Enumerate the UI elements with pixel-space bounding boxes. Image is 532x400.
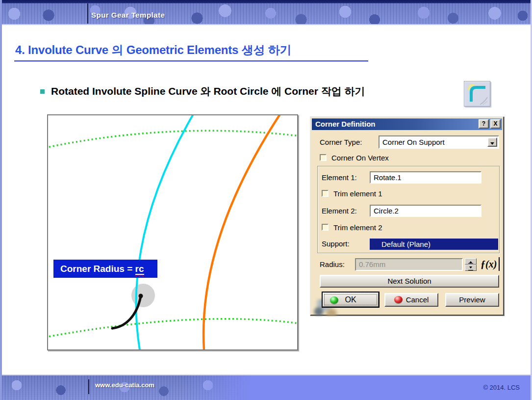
header-banner: Spur Gear Template [2, 0, 531, 25]
trim-element1-label: Trim element 1 [333, 189, 382, 198]
corner-tool-button[interactable] [464, 81, 490, 107]
preview-button[interactable]: Preview [445, 293, 499, 307]
header-divider-line [87, 3, 88, 24]
corner-on-vertex-checkbox[interactable] [320, 154, 327, 161]
radius-spinner [465, 258, 477, 271]
corner-endpoint-dot [139, 294, 143, 298]
element1-input[interactable]: Rotate.1 [370, 171, 481, 184]
heading-underline [14, 60, 368, 62]
dialog-title: Corner Definition [315, 120, 376, 128]
cancel-button[interactable]: Cancel [384, 293, 438, 307]
bullet-text: Rotated Involute Spline Curve 와 Root Cir… [51, 84, 365, 98]
fx-bar-icon [499, 257, 500, 271]
footer-copyright: © 2014. LCS [483, 384, 520, 391]
cancel-red-icon [394, 296, 403, 303]
bullet-marker [40, 89, 45, 94]
corner-on-vertex-label: Corner On Vertex [331, 154, 389, 162]
ok-button[interactable]: OK [322, 292, 380, 308]
support-field[interactable]: Default (Plane) [370, 239, 498, 250]
formula-fx-button[interactable]: ƒ(x) [481, 257, 500, 271]
footer-website: www.edu-catia.com [95, 381, 154, 389]
root-circle-curve [48, 319, 297, 337]
trim-element2-checkbox[interactable] [322, 224, 329, 231]
ok-label: OK [323, 295, 378, 304]
spinner-up-icon[interactable] [465, 258, 477, 265]
radius-label: Radius: [320, 260, 345, 268]
element2-input[interactable]: Circle.2 [370, 205, 481, 217]
second-involute-curve [203, 115, 280, 349]
corner-highlight-circle [131, 284, 155, 307]
close-button[interactable]: X [490, 119, 501, 129]
corner-type-label: Corner Type: [320, 138, 362, 146]
trim-element2-label: Trim element 2 [333, 223, 382, 232]
header-title: Spur Gear Template [91, 11, 165, 19]
fx-icon: ƒ(x) [481, 259, 497, 269]
corner-radius-annotation: Corner Radius = rc [53, 260, 157, 278]
cad-curves [48, 115, 297, 349]
footer-divider-line [88, 379, 89, 394]
cancel-label: Cancel [406, 295, 429, 304]
page-title: 4. Involute Curve 의 Geometric Elements 생… [15, 42, 291, 58]
next-solution-button[interactable]: Next Solution [320, 275, 499, 288]
corner-icon [464, 98, 489, 107]
footer-banner: www.edu-catia.com © 2014. LCS [2, 374, 531, 400]
corner-type-dropdown[interactable]: Corner On Support [379, 135, 499, 149]
corner-definition-dialog: Corner Definition ? X Corner Type: Corne… [310, 116, 504, 316]
annotation-variable: rc [135, 264, 144, 275]
annotation-text: Corner Radius = [60, 264, 135, 274]
element1-label: Element 1: [322, 173, 357, 182]
spinner-down-icon[interactable] [465, 265, 477, 271]
ok-button-face: OK [323, 293, 379, 307]
element2-label: Element 2: [322, 207, 357, 215]
chevron-down-icon[interactable] [487, 137, 497, 147]
involute-spline-curve [136, 115, 193, 349]
corner-type-value: Corner On Support [382, 138, 445, 146]
support-label: Support: [322, 240, 350, 248]
trim-element1-checkbox[interactable] [322, 190, 329, 197]
slide: Spur Gear Template 4. Involute Curve 의 G… [0, 0, 532, 400]
radius-input[interactable]: 0.76mm [355, 258, 463, 271]
cad-viewport: Corner Radius = rc [47, 114, 298, 350]
help-button[interactable]: ? [479, 119, 489, 129]
dialog-titlebar[interactable]: Corner Definition ? X [312, 118, 502, 130]
